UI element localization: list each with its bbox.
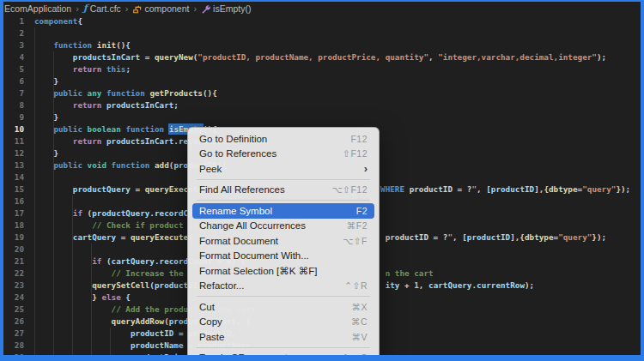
- menu-item-label: Format Document: [199, 236, 343, 246]
- code-line[interactable]: 6 }: [3, 75, 641, 87]
- menu-item-peek[interactable]: Peek›: [192, 161, 374, 177]
- line-number: 16: [3, 196, 24, 208]
- line-number: 11: [3, 135, 24, 147]
- line-number: 22: [3, 268, 24, 280]
- code-line[interactable]: 9 }: [3, 111, 641, 123]
- code-text: } else {: [34, 292, 131, 304]
- line-number: 2: [3, 27, 24, 39]
- line-number: 7: [3, 87, 24, 99]
- line-number: 18: [3, 220, 24, 232]
- menu-item-shortcut: ⌘C: [351, 316, 368, 327]
- line-number: 6: [3, 75, 24, 87]
- line-number: 23: [3, 280, 24, 292]
- menu-item-rename-symbol[interactable]: Rename SymbolF2: [192, 203, 374, 219]
- code-text: return productsInCart;: [34, 99, 179, 111]
- code-text: function init(){: [34, 39, 131, 51]
- menu-item-shortcut: ⌥⇧F: [343, 236, 368, 246]
- line-number: 26: [3, 316, 24, 328]
- line-number: 4: [3, 51, 24, 63]
- line-number: 5: [3, 63, 24, 75]
- code-text: component{: [34, 15, 82, 27]
- menu-item-format-selection[interactable]: Format Selection [⌘K ⌘F]: [192, 263, 374, 279]
- menu-item-label: Find All References: [199, 184, 332, 195]
- menu-item-label: Go to Definition: [199, 134, 350, 144]
- menu-item-shortcut: ⌘X: [351, 302, 368, 312]
- menu-item-shortcut: F2: [356, 206, 368, 216]
- code-line[interactable]: 8 return productsInCart;: [3, 99, 641, 111]
- line-number: 21: [3, 256, 24, 268]
- line-number: 24: [3, 292, 24, 304]
- menu-item-label: Change All Occurrences: [199, 220, 347, 231]
- code-line[interactable]: 1component{: [3, 15, 641, 27]
- code-line[interactable]: 7 public any function getProducts(){: [3, 87, 641, 99]
- menu-item-label: Cut: [199, 302, 351, 312]
- menu-item-cut[interactable]: Cut⌘X: [192, 299, 374, 315]
- menu-item-shortcut: ⌃⇧R: [344, 280, 368, 291]
- line-number: 15: [3, 184, 24, 196]
- menu-item-label: Copy: [199, 316, 351, 327]
- menu-item-label: Rename Symbol: [199, 206, 356, 216]
- line-number: 28: [3, 340, 24, 352]
- menu-item-paste[interactable]: Paste⌘V: [192, 329, 374, 345]
- code-text: productsInCart = queryNew("productID, pr…: [34, 51, 606, 63]
- menu-separator: [197, 200, 370, 201]
- line-number: 20: [3, 244, 24, 256]
- line-number: 12: [3, 147, 24, 159]
- line-number: 25: [3, 304, 24, 316]
- menu-item-format-document[interactable]: Format Document⌥⇧F: [192, 233, 374, 249]
- line-number: 3: [3, 39, 24, 51]
- menu-item-refactor[interactable]: Refactor...⌃⇧R: [192, 279, 374, 294]
- code-text: }: [34, 75, 58, 87]
- menu-separator: [197, 296, 370, 297]
- code-line[interactable]: 5 return this;: [3, 63, 641, 75]
- menu-item-shortcut: ⌥⇧F12: [332, 184, 368, 195]
- line-number: 1: [3, 15, 24, 27]
- line-number: 10: [3, 123, 24, 135]
- menu-item-label: Format Document With...: [199, 250, 368, 261]
- menu-separator: [197, 179, 370, 180]
- menu-item-shortcut: ⇧F12: [343, 148, 368, 159]
- submenu-chevron-icon: ›: [364, 165, 368, 173]
- code-text: return this;: [34, 63, 131, 75]
- line-number: 8: [3, 99, 24, 111]
- menu-item-go-to-definition[interactable]: Go to DefinitionF12: [192, 131, 374, 147]
- menu-item-label: Go to References: [199, 148, 343, 159]
- code-line[interactable]: 2: [3, 27, 641, 39]
- menu-item-shortcut: ⌃⌥C: [342, 352, 368, 361]
- line-number: 13: [3, 159, 24, 171]
- vscode-window: EcomApplication › ƒ Cart.cfc › component…: [0, 0, 644, 361]
- menu-item-label: Peek: [199, 164, 364, 174]
- menu-item-copy[interactable]: Copy⌘C: [192, 315, 374, 330]
- line-number: 27: [3, 328, 24, 340]
- code-line[interactable]: 3 function init(){: [3, 39, 641, 51]
- menu-item-toggle-cf-comment[interactable]: Toggle CF comment⌃⌥C: [192, 351, 374, 361]
- line-number: 17: [3, 208, 24, 220]
- line-number: 14: [3, 171, 24, 184]
- code-text: productPrice =: [34, 352, 203, 361]
- menu-separator: [197, 347, 370, 348]
- menu-item-change-all-occurrences[interactable]: Change All Occurrences⌘F2: [192, 219, 374, 234]
- code-text: }: [34, 111, 58, 123]
- line-number: 19: [3, 232, 24, 244]
- menu-item-go-to-references[interactable]: Go to References⇧F12: [192, 147, 374, 162]
- code-line[interactable]: 4 productsInCart = queryNew("productID, …: [3, 51, 641, 63]
- context-menu: Go to DefinitionF12Go to References⇧F12P…: [187, 127, 380, 361]
- menu-item-label: Toggle CF comment: [199, 352, 342, 361]
- line-number: 9: [3, 111, 24, 123]
- menu-item-label: Format Selection [⌘K ⌘F]: [199, 265, 368, 277]
- menu-item-label: Refactor...: [199, 280, 344, 291]
- line-number: 29: [3, 352, 24, 361]
- code-text: public any function getProducts(){: [34, 87, 217, 99]
- code-text: }: [34, 147, 58, 159]
- menu-item-find-all-references[interactable]: Find All References⌥⇧F12: [192, 183, 374, 198]
- menu-item-shortcut: F12: [350, 134, 368, 144]
- menu-item-format-document-with[interactable]: Format Document With...: [192, 249, 374, 264]
- menu-item-shortcut: ⌘F2: [347, 220, 368, 231]
- menu-item-shortcut: ⌘V: [351, 332, 368, 342]
- menu-item-label: Paste: [199, 332, 351, 342]
